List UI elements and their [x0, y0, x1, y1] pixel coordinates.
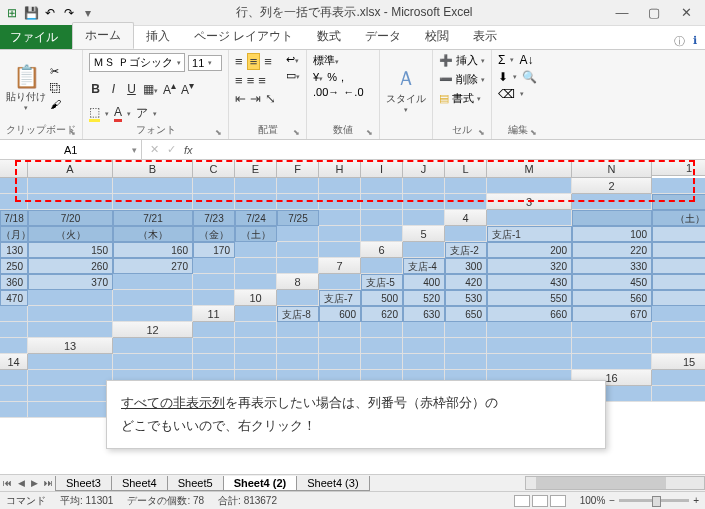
cell[interactable]: （火） [28, 226, 113, 242]
border-button[interactable]: ▦▾ [143, 82, 158, 96]
italic-button[interactable]: I [107, 82, 120, 96]
cell[interactable] [28, 194, 113, 210]
cell[interactable] [445, 338, 487, 354]
cell[interactable]: 320 [487, 258, 572, 274]
cell[interactable]: 7/23 [193, 210, 235, 226]
cell[interactable] [0, 338, 28, 354]
phonetic-icon[interactable]: ア [136, 105, 148, 122]
cell[interactable] [277, 242, 319, 258]
comma-icon[interactable]: , [341, 71, 344, 83]
cell[interactable] [487, 338, 572, 354]
tab-review[interactable]: 校閲 [413, 24, 461, 49]
cell[interactable] [0, 402, 28, 418]
font-size-select[interactable]: 11▾ [188, 55, 222, 71]
row-header[interactable]: 4 [445, 210, 487, 226]
tab-page-layout[interactable]: ページ レイアウト [182, 24, 305, 49]
column-header[interactable]: J [403, 160, 445, 178]
zoom-in-icon[interactable]: + [693, 495, 699, 506]
tab-insert[interactable]: 挿入 [134, 24, 182, 49]
name-box[interactable]: A1▾ [58, 140, 142, 159]
paste-button[interactable]: 📋 貼り付け ▾ [6, 53, 46, 122]
tab-view[interactable]: 表示 [461, 24, 509, 49]
cell[interactable] [28, 386, 113, 402]
cell[interactable]: 支店-7 [319, 290, 361, 306]
cell[interactable] [113, 338, 193, 354]
cell[interactable]: 200 [487, 242, 572, 258]
tab-nav-last-icon[interactable]: ⏭ [41, 478, 56, 488]
cell[interactable]: 350 [652, 258, 705, 274]
tab-nav-first-icon[interactable]: ⏮ [0, 478, 15, 488]
merge-button[interactable]: ▭▾ [286, 69, 300, 82]
delete-button[interactable]: ➖削除▾ [439, 72, 485, 87]
cell[interactable]: 370 [28, 274, 113, 290]
cell[interactable]: 330 [572, 258, 652, 274]
cell[interactable] [403, 194, 445, 210]
cell[interactable] [487, 178, 572, 194]
cell[interactable] [487, 322, 572, 338]
cell[interactable] [652, 322, 705, 338]
zoom-control[interactable]: 100% − + [580, 495, 699, 506]
column-header[interactable]: N [572, 160, 652, 178]
column-header[interactable]: H [319, 160, 361, 178]
fill-icon[interactable]: ⬇ [498, 70, 508, 84]
cell[interactable] [652, 306, 705, 322]
align-right-icon[interactable]: ≡ [258, 73, 266, 88]
font-color-button[interactable]: A [114, 105, 122, 122]
cell[interactable] [445, 194, 487, 210]
cell[interactable]: 620 [361, 306, 403, 322]
cell[interactable] [277, 194, 319, 210]
cell[interactable]: 7/24 [235, 210, 277, 226]
autosum-icon[interactable]: Σ [498, 53, 505, 67]
tab-file[interactable]: ファイル [0, 25, 72, 49]
cell[interactable]: 260 [28, 258, 113, 274]
align-top-icon[interactable]: ≡ [235, 54, 243, 69]
cell[interactable]: 130 [0, 242, 28, 258]
find-icon[interactable]: 🔍 [522, 70, 537, 84]
sheet-tab[interactable]: Sheet4 (2) [223, 476, 298, 491]
cell[interactable] [487, 354, 572, 370]
column-header[interactable]: A [28, 160, 113, 178]
tab-data[interactable]: データ [353, 24, 413, 49]
cell[interactable] [403, 178, 445, 194]
sheet-tab[interactable]: Sheet3 [55, 476, 112, 491]
cell[interactable] [652, 338, 705, 354]
close-button[interactable]: ✕ [677, 5, 695, 20]
redo-icon[interactable]: ↷ [61, 5, 77, 21]
cell[interactable] [0, 306, 28, 322]
row-header[interactable]: 15 [652, 354, 705, 370]
cell[interactable] [445, 226, 487, 242]
cell[interactable] [445, 322, 487, 338]
cell[interactable] [361, 194, 403, 210]
cell[interactable] [361, 210, 403, 226]
cell[interactable]: （木） [113, 226, 193, 242]
select-all-corner[interactable] [0, 160, 28, 178]
align-middle-icon[interactable]: ≡ [247, 53, 261, 70]
cell[interactable]: 支店-5 [361, 274, 403, 290]
cell[interactable] [235, 258, 277, 274]
cell[interactable] [319, 242, 361, 258]
cell[interactable] [319, 322, 361, 338]
cell[interactable] [0, 322, 28, 338]
cell[interactable] [277, 354, 319, 370]
cell[interactable]: 7/18 [0, 210, 28, 226]
row-header[interactable]: 5 [403, 226, 445, 242]
number-format-select[interactable]: 標準▾ [313, 53, 373, 68]
row-header[interactable]: 8 [277, 274, 319, 290]
cell[interactable]: （金） [193, 226, 235, 242]
enter-formula-icon[interactable]: ✓ [167, 143, 176, 156]
orientation-icon[interactable]: ⤡ [265, 91, 276, 106]
column-header[interactable]: C [193, 160, 235, 178]
cancel-formula-icon[interactable]: ✕ [150, 143, 159, 156]
cell[interactable] [113, 194, 193, 210]
cell[interactable] [193, 178, 235, 194]
tab-formulas[interactable]: 数式 [305, 24, 353, 49]
sheet-tab[interactable]: Sheet4 [111, 476, 168, 491]
row-header[interactable]: 12 [113, 322, 193, 338]
wrap-text-button[interactable]: ↩▾ [286, 53, 300, 66]
format-painter-icon[interactable]: 🖌 [50, 98, 61, 110]
cell[interactable] [277, 290, 319, 306]
row-header[interactable]: 3 [487, 194, 572, 210]
cell[interactable]: 650 [445, 306, 487, 322]
cell[interactable] [277, 338, 319, 354]
cell[interactable]: 270 [113, 258, 193, 274]
